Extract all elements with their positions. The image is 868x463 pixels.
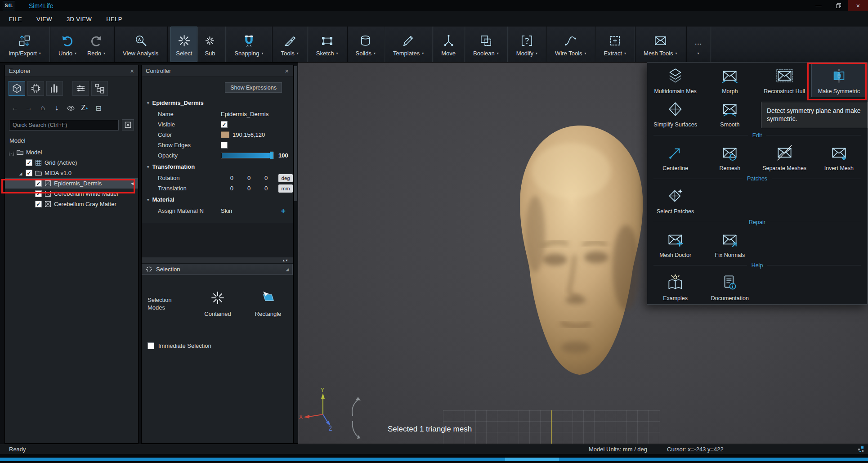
tool-view-analysis[interactable]: View Analysis: [117, 27, 164, 62]
scrollbar-thumb[interactable]: [294, 66, 297, 201]
controller-close-icon[interactable]: ×: [285, 67, 289, 74]
show-edges-checkbox[interactable]: [221, 142, 228, 148]
tree-item-checkbox[interactable]: [26, 170, 32, 176]
color-value[interactable]: 190,156,120: [233, 131, 265, 138]
menu-help[interactable]: HELP: [106, 16, 122, 22]
zoom-selection-icon[interactable]: Z▸: [80, 103, 89, 112]
opacity-value: 100: [278, 152, 288, 159]
visibility-eye-icon[interactable]: [66, 103, 75, 112]
meshtool-multidomain-mes[interactable]: Multidomain Mes: [648, 63, 702, 97]
tool-item[interactable]: ...▾: [689, 27, 707, 62]
tree-item-cerebellum-gray-matter[interactable]: Cerebellum Gray Matter: [5, 199, 138, 209]
hierarchy-tree-button[interactable]: [91, 81, 108, 96]
model-cube-button[interactable]: [9, 81, 25, 96]
tool-solids[interactable]: Solids▾: [350, 27, 381, 62]
meshtool-morph[interactable]: Morph: [702, 63, 757, 97]
tree-expander-icon[interactable]: ◢: [18, 170, 23, 176]
meshtool-make-symmetric[interactable]: Make Symmetric: [812, 63, 866, 97]
close-icon[interactable]: ×: [848, 0, 868, 11]
tree-item-cerebellum-white-matter[interactable]: Cerebellum White Matter: [5, 189, 138, 199]
back-arrow-icon[interactable]: ←: [10, 103, 19, 112]
translation-y-field[interactable]: 0: [238, 185, 251, 192]
tree-item-epidermis-dermis[interactable]: Epidermis_Dermis◄: [5, 178, 138, 189]
translation-z-field[interactable]: 0: [255, 185, 268, 192]
translation-unit-select[interactable]: mm: [278, 184, 293, 193]
explorer-close-icon[interactable]: ×: [130, 67, 134, 74]
multidomain-mesher-icon: [667, 67, 684, 85]
tool-templates[interactable]: Templates▾: [388, 27, 429, 62]
rotation-unit-select[interactable]: deg: [278, 174, 293, 182]
tree-item-mida-v1-0[interactable]: ◢MIDA v1.0: [5, 168, 138, 178]
filter-sliders-button[interactable]: [72, 81, 89, 96]
progress-bar: [0, 458, 868, 461]
meshtool-fix-normals[interactable]: Fix Normals: [702, 227, 757, 261]
meshtool-reconstruct-hull[interactable]: Reconstruct Hull: [757, 63, 812, 97]
rotation-y-field[interactable]: 0: [238, 175, 251, 181]
tool-sub[interactable]: Sub: [197, 27, 222, 62]
transformation-header[interactable]: ▾ Transformation: [147, 163, 293, 170]
meshtool-select-patches[interactable]: Select Patches: [648, 184, 702, 217]
add-material-button[interactable]: +: [281, 207, 286, 215]
tool-modify[interactable]: Modify▾: [511, 27, 543, 62]
search-clear-button[interactable]: [122, 119, 134, 130]
forward-arrow-icon[interactable]: →: [24, 103, 33, 112]
minimize-icon[interactable]: —: [809, 0, 828, 11]
tool-move[interactable]: Move: [436, 27, 461, 62]
tool-undo[interactable]: Undo▾: [53, 27, 82, 62]
controller-scrollbar[interactable]: [293, 65, 298, 444]
tree-item-grid-active[interactable]: Grid (Active): [5, 157, 138, 168]
visible-checkbox[interactable]: [221, 121, 228, 128]
menu-3d-view[interactable]: 3D VIEW: [67, 16, 92, 22]
show-expressions-button[interactable]: Show Expressions: [225, 82, 282, 93]
simulation-chip-button[interactable]: [27, 81, 44, 96]
meshtool-simplify-surfaces[interactable]: Simplify Surfaces: [648, 97, 702, 130]
material-header[interactable]: ▾ Material: [147, 196, 293, 203]
tool-tools[interactable]: Tools▾: [275, 27, 304, 62]
tool-snapping[interactable]: Snapping▾: [229, 27, 268, 62]
tool-extract[interactable]: Extract▾: [599, 27, 631, 62]
tool-wire-tools[interactable]: Wire Tools▾: [550, 27, 591, 62]
translation-x-field[interactable]: 0: [221, 185, 233, 192]
restore-icon[interactable]: [828, 0, 848, 11]
tool-imp-export[interactable]: Imp/Export▾: [3, 27, 46, 62]
opacity-slider[interactable]: [221, 152, 273, 159]
immediate-selection-checkbox[interactable]: [148, 342, 154, 349]
selection-mode-rectangle[interactable]: Rectangle: [247, 288, 289, 317]
tree-item-model[interactable]: -Model: [5, 147, 138, 157]
tool-select[interactable]: Select: [170, 27, 197, 62]
down-arrow-icon[interactable]: ↓: [52, 103, 61, 112]
tool-sketch[interactable]: Sketch▾: [311, 27, 344, 62]
panel-splitter[interactable]: ▲▼: [142, 257, 293, 264]
meshtool-remesh[interactable]: Remesh: [702, 140, 757, 174]
opacity-slider-thumb[interactable]: [270, 152, 273, 159]
meshtool-documentation[interactable]: Documentation: [702, 270, 757, 304]
rotation-x-field[interactable]: 0: [221, 175, 233, 181]
collapse-all-icon[interactable]: ⊟: [94, 103, 103, 112]
meshtool-examples[interactable]: Examples: [648, 270, 702, 304]
selection-mode-contained[interactable]: Contained: [197, 288, 238, 317]
meshtool-separate-meshes[interactable]: Separate Meshes: [757, 140, 812, 174]
tool-mesh-tools[interactable]: Mesh Tools▾: [638, 27, 683, 62]
rotation-z-field[interactable]: 0: [255, 175, 268, 181]
material-value[interactable]: Skin: [221, 207, 232, 214]
menu-view[interactable]: VIEW: [36, 16, 52, 22]
object-header[interactable]: ▾ Epidermis_Dermis: [147, 99, 293, 106]
tree-item-checkbox[interactable]: [35, 201, 42, 207]
color-swatch[interactable]: [221, 131, 229, 138]
tree-expander-icon[interactable]: -: [9, 149, 14, 156]
meshtool-invert-mesh[interactable]: Invert Mesh: [812, 140, 866, 174]
tree-item-checkbox[interactable]: [35, 180, 42, 187]
home-icon[interactable]: ⌂: [38, 103, 47, 112]
tool-boolean[interactable]: Boolean▾: [468, 27, 504, 62]
tree-item-checkbox[interactable]: [35, 190, 42, 197]
tree-item-checkbox[interactable]: [26, 159, 32, 166]
meshtool-mesh-doctor[interactable]: Mesh Doctor: [648, 227, 702, 261]
menu-file[interactable]: FILE: [9, 16, 22, 22]
meshtool-smooth[interactable]: Smooth: [702, 97, 757, 130]
tool-redo[interactable]: Redo▾: [82, 27, 111, 62]
selection-section-header[interactable]: Selection ◢: [142, 264, 293, 275]
meshtool-centerline[interactable]: Centerline: [648, 140, 702, 174]
analysis-bars-button[interactable]: [46, 81, 63, 96]
name-value[interactable]: Epidermis_Dermis: [221, 111, 268, 117]
search-input[interactable]: [9, 120, 119, 130]
